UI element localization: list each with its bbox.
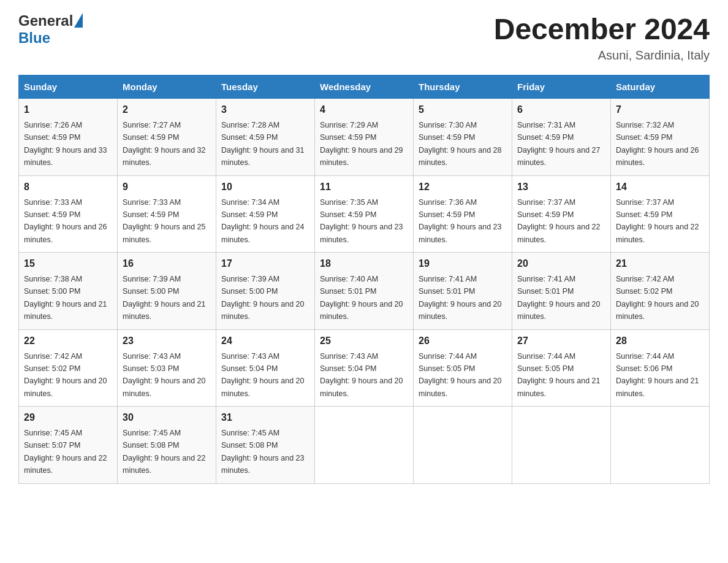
day-info: Sunrise: 7:42 AMSunset: 5:02 PMDaylight:… xyxy=(24,352,107,398)
day-number: 17 xyxy=(221,256,309,271)
logo-triangle-icon xyxy=(74,13,83,28)
calendar-day-cell xyxy=(512,407,611,484)
col-header-friday: Friday xyxy=(512,75,611,99)
calendar-week-row: 22 Sunrise: 7:42 AMSunset: 5:02 PMDaylig… xyxy=(19,329,710,407)
day-info: Sunrise: 7:38 AMSunset: 5:00 PMDaylight:… xyxy=(24,275,107,321)
logo: General Blue xyxy=(18,12,83,47)
day-number: 27 xyxy=(517,334,605,348)
day-number: 26 xyxy=(419,334,507,348)
calendar-subtitle: Asuni, Sardinia, Italy xyxy=(494,48,710,63)
calendar-day-cell: 16 Sunrise: 7:39 AMSunset: 5:00 PMDaylig… xyxy=(118,253,216,330)
day-number: 1 xyxy=(24,102,112,117)
day-number: 22 xyxy=(24,334,112,348)
day-number: 29 xyxy=(24,410,112,425)
day-info: Sunrise: 7:31 AMSunset: 4:59 PMDaylight:… xyxy=(517,121,601,167)
col-header-tuesday: Tuesday xyxy=(216,75,315,99)
calendar-day-cell: 2 Sunrise: 7:27 AMSunset: 4:59 PMDayligh… xyxy=(118,99,216,176)
calendar-day-cell: 31 Sunrise: 7:45 AMSunset: 5:08 PMDaylig… xyxy=(216,407,315,484)
day-info: Sunrise: 7:37 AMSunset: 4:59 PMDaylight:… xyxy=(616,198,699,244)
day-info: Sunrise: 7:45 AMSunset: 5:07 PMDaylight:… xyxy=(24,429,107,475)
day-info: Sunrise: 7:30 AMSunset: 4:59 PMDaylight:… xyxy=(419,121,502,167)
calendar-day-cell: 27 Sunrise: 7:44 AMSunset: 5:05 PMDaylig… xyxy=(512,329,611,407)
day-number: 9 xyxy=(123,180,211,194)
day-info: Sunrise: 7:41 AMSunset: 5:01 PMDaylight:… xyxy=(517,275,601,321)
calendar-day-cell xyxy=(315,407,414,484)
calendar-day-cell: 8 Sunrise: 7:33 AMSunset: 4:59 PMDayligh… xyxy=(19,175,118,253)
day-info: Sunrise: 7:33 AMSunset: 4:59 PMDaylight:… xyxy=(123,198,206,244)
calendar-day-cell: 18 Sunrise: 7:40 AMSunset: 5:01 PMDaylig… xyxy=(315,253,414,330)
calendar-table: SundayMondayTuesdayWednesdayThursdayFrid… xyxy=(18,75,710,484)
calendar-day-cell: 14 Sunrise: 7:37 AMSunset: 4:59 PMDaylig… xyxy=(611,175,710,253)
day-info: Sunrise: 7:33 AMSunset: 4:59 PMDaylight:… xyxy=(24,198,107,244)
calendar-day-cell: 26 Sunrise: 7:44 AMSunset: 5:05 PMDaylig… xyxy=(414,329,512,407)
day-number: 30 xyxy=(123,410,211,425)
calendar-day-cell: 1 Sunrise: 7:26 AMSunset: 4:59 PMDayligh… xyxy=(19,99,118,176)
calendar-day-cell: 7 Sunrise: 7:32 AMSunset: 4:59 PMDayligh… xyxy=(611,99,710,176)
day-number: 12 xyxy=(419,180,507,194)
calendar-day-cell: 24 Sunrise: 7:43 AMSunset: 5:04 PMDaylig… xyxy=(216,329,315,407)
day-number: 3 xyxy=(221,102,309,117)
calendar-day-cell: 30 Sunrise: 7:45 AMSunset: 5:08 PMDaylig… xyxy=(118,407,216,484)
calendar-day-cell: 6 Sunrise: 7:31 AMSunset: 4:59 PMDayligh… xyxy=(512,99,611,176)
day-info: Sunrise: 7:39 AMSunset: 5:00 PMDaylight:… xyxy=(221,275,305,321)
col-header-thursday: Thursday xyxy=(414,75,512,99)
title-block: December 2024 Asuni, Sardinia, Italy xyxy=(494,12,710,63)
day-info: Sunrise: 7:36 AMSunset: 4:59 PMDaylight:… xyxy=(419,198,502,244)
calendar-day-cell: 20 Sunrise: 7:41 AMSunset: 5:01 PMDaylig… xyxy=(512,253,611,330)
day-number: 6 xyxy=(517,102,605,117)
day-number: 19 xyxy=(419,256,507,271)
day-number: 21 xyxy=(616,256,704,271)
calendar-day-cell: 10 Sunrise: 7:34 AMSunset: 4:59 PMDaylig… xyxy=(216,175,315,253)
day-number: 20 xyxy=(517,256,605,271)
calendar-title: December 2024 xyxy=(494,12,710,46)
day-info: Sunrise: 7:43 AMSunset: 5:04 PMDaylight:… xyxy=(221,352,305,398)
calendar-day-cell: 15 Sunrise: 7:38 AMSunset: 5:00 PMDaylig… xyxy=(19,253,118,330)
calendar-day-cell: 29 Sunrise: 7:45 AMSunset: 5:07 PMDaylig… xyxy=(19,407,118,484)
day-number: 4 xyxy=(320,102,408,117)
day-info: Sunrise: 7:27 AMSunset: 4:59 PMDaylight:… xyxy=(123,121,206,167)
day-number: 25 xyxy=(320,334,408,348)
day-info: Sunrise: 7:39 AMSunset: 5:00 PMDaylight:… xyxy=(123,275,206,321)
day-number: 16 xyxy=(123,256,211,271)
calendar-day-cell: 12 Sunrise: 7:36 AMSunset: 4:59 PMDaylig… xyxy=(414,175,512,253)
day-info: Sunrise: 7:28 AMSunset: 4:59 PMDaylight:… xyxy=(221,121,305,167)
calendar-day-cell xyxy=(414,407,512,484)
day-number: 31 xyxy=(221,410,309,425)
calendar-week-row: 29 Sunrise: 7:45 AMSunset: 5:07 PMDaylig… xyxy=(19,407,710,484)
calendar-day-cell: 28 Sunrise: 7:44 AMSunset: 5:06 PMDaylig… xyxy=(611,329,710,407)
day-info: Sunrise: 7:32 AMSunset: 4:59 PMDaylight:… xyxy=(616,121,699,167)
calendar-day-cell: 4 Sunrise: 7:29 AMSunset: 4:59 PMDayligh… xyxy=(315,99,414,176)
day-info: Sunrise: 7:37 AMSunset: 4:59 PMDaylight:… xyxy=(517,198,601,244)
day-number: 24 xyxy=(221,334,309,348)
day-info: Sunrise: 7:26 AMSunset: 4:59 PMDaylight:… xyxy=(24,121,107,167)
day-number: 18 xyxy=(320,256,408,271)
day-number: 5 xyxy=(419,102,507,117)
calendar-day-cell: 19 Sunrise: 7:41 AMSunset: 5:01 PMDaylig… xyxy=(414,253,512,330)
day-number: 8 xyxy=(24,180,112,194)
day-number: 7 xyxy=(616,102,704,117)
day-info: Sunrise: 7:45 AMSunset: 5:08 PMDaylight:… xyxy=(123,429,206,475)
calendar-day-cell: 5 Sunrise: 7:30 AMSunset: 4:59 PMDayligh… xyxy=(414,99,512,176)
calendar-header-row: SundayMondayTuesdayWednesdayThursdayFrid… xyxy=(19,75,710,99)
day-info: Sunrise: 7:45 AMSunset: 5:08 PMDaylight:… xyxy=(221,429,305,475)
day-number: 11 xyxy=(320,180,408,194)
col-header-monday: Monday xyxy=(118,75,216,99)
logo-blue-text: Blue xyxy=(18,29,50,47)
day-number: 28 xyxy=(616,334,704,348)
calendar-day-cell: 23 Sunrise: 7:43 AMSunset: 5:03 PMDaylig… xyxy=(118,329,216,407)
calendar-day-cell: 22 Sunrise: 7:42 AMSunset: 5:02 PMDaylig… xyxy=(19,329,118,407)
logo-general-text: General xyxy=(18,12,73,29)
calendar-week-row: 15 Sunrise: 7:38 AMSunset: 5:00 PMDaylig… xyxy=(19,253,710,330)
day-info: Sunrise: 7:44 AMSunset: 5:06 PMDaylight:… xyxy=(616,352,699,398)
calendar-week-row: 1 Sunrise: 7:26 AMSunset: 4:59 PMDayligh… xyxy=(19,99,710,176)
day-number: 2 xyxy=(123,102,211,117)
day-info: Sunrise: 7:29 AMSunset: 4:59 PMDaylight:… xyxy=(320,121,403,167)
calendar-day-cell: 21 Sunrise: 7:42 AMSunset: 5:02 PMDaylig… xyxy=(611,253,710,330)
day-info: Sunrise: 7:43 AMSunset: 5:04 PMDaylight:… xyxy=(320,352,403,398)
calendar-day-cell: 11 Sunrise: 7:35 AMSunset: 4:59 PMDaylig… xyxy=(315,175,414,253)
calendar-day-cell: 17 Sunrise: 7:39 AMSunset: 5:00 PMDaylig… xyxy=(216,253,315,330)
page-header: General Blue December 2024 Asuni, Sardin… xyxy=(18,12,710,63)
day-info: Sunrise: 7:34 AMSunset: 4:59 PMDaylight:… xyxy=(221,198,305,244)
col-header-sunday: Sunday xyxy=(19,75,118,99)
calendar-day-cell: 3 Sunrise: 7:28 AMSunset: 4:59 PMDayligh… xyxy=(216,99,315,176)
